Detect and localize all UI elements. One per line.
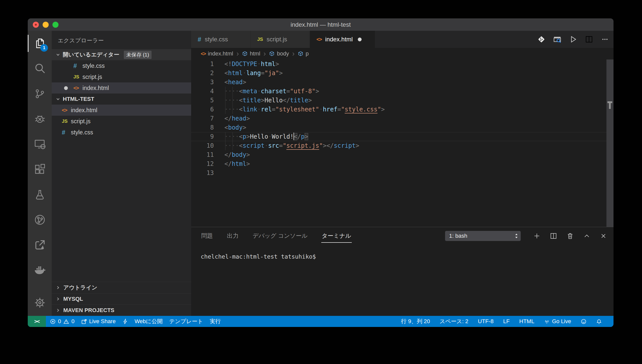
panel-tab-terminal[interactable]: ターミナル (321, 230, 352, 243)
breadcrumb-item-body[interactable]: body (269, 50, 289, 57)
code-line-12[interactable]: 12</html> (191, 159, 614, 168)
activity-item-docker[interactable] (28, 258, 52, 283)
chev-right-icon (55, 285, 61, 290)
sidebar-section-MAVEN PROJECTS[interactable]: MAVEN PROJECTS (52, 305, 191, 316)
status-language-mode[interactable]: HTML (519, 318, 534, 325)
split-terminal-button[interactable] (549, 232, 558, 240)
breadcrumb-item-p[interactable]: p (298, 50, 309, 57)
file-row-index.html[interactable]: <>index.html (52, 105, 191, 116)
code-line-1[interactable]: 1<!DOCTYPE·html> (191, 59, 614, 69)
close-window-button[interactable] (33, 22, 39, 28)
breadcrumb: <>index.htmlhtmlbodyp (191, 48, 614, 59)
gear-icon (34, 297, 46, 309)
code-line-13[interactable]: 13 (191, 168, 614, 177)
status-feedback[interactable] (581, 319, 587, 324)
folder-header[interactable]: HTML-TEST (52, 94, 191, 105)
status-encoding[interactable]: UTF-8 (478, 318, 493, 325)
status-notifications[interactable] (596, 319, 602, 324)
activity-item-explorer[interactable]: 1 (28, 31, 52, 56)
activity-item-extensions[interactable] (28, 157, 52, 182)
cube-icon (298, 51, 303, 56)
status-problems[interactable]: 00 (50, 318, 75, 325)
code-editor[interactable]: 1<!DOCTYPE·html>2<html·lang="ja">3<head>… (191, 59, 614, 227)
status-eol[interactable]: LF (503, 318, 510, 325)
file-row-style.css[interactable]: #style.css (52, 60, 191, 71)
code-line-8[interactable]: 8<body> (191, 123, 614, 132)
indent-guide (225, 141, 225, 150)
activity-item-testing[interactable] (28, 182, 52, 207)
code-line-10[interactable]: 10····<script·src="script.js"></script> (191, 141, 614, 150)
status-template[interactable]: テンプレート (169, 318, 203, 325)
terminal[interactable]: chelchel-mac:html-test tatsuhiko$ (191, 245, 614, 260)
activity-item-remote-explorer[interactable] (28, 132, 52, 157)
status-run[interactable]: 実行 (210, 318, 221, 325)
bottom-panel: 問題出力デバッグ コンソールターミナル 1: bash chelchel-mac… (191, 227, 614, 316)
status-cursor-position[interactable]: 行 9、列 20 (401, 318, 430, 325)
traffic-lights (33, 18, 59, 31)
activity-item-search[interactable] (28, 56, 52, 81)
code-line-5[interactable]: 5····<title>Hello</title> (191, 96, 614, 105)
remote-indicator[interactable]: >< (28, 316, 46, 327)
code-line-3[interactable]: 3<head> (191, 78, 614, 87)
panel-tab-debug-console[interactable]: デバッグ コンソール (252, 230, 308, 243)
indent-guide (225, 87, 225, 96)
close-panel-button[interactable] (599, 232, 607, 240)
breadcrumb-separator-icon (263, 51, 267, 57)
gitlens-open-icon[interactable] (537, 35, 546, 44)
code-line-2[interactable]: 2<html·lang="ja"> (191, 69, 614, 78)
tab-style.css[interactable]: #style.css (191, 31, 251, 48)
folder-label: HTML-TEST (63, 96, 94, 102)
line-content: </body> (224, 150, 250, 159)
shell-select-value: 1: bash (449, 233, 514, 239)
sidebar-section-アウトライン[interactable]: アウトライン (52, 282, 191, 293)
editor-scrollbar[interactable] (606, 59, 614, 227)
code-line-9[interactable]: 9····<p>Hello·World!</p> (191, 132, 614, 141)
sidebar-section-MYSQL[interactable]: MYSQL (52, 293, 191, 305)
status-indentation[interactable]: スペース: 2 (440, 318, 468, 325)
kill-terminal-button[interactable] (566, 232, 574, 240)
panel-tab-output[interactable]: 出力 (226, 230, 239, 243)
panel-tab-problems[interactable]: 問題 (201, 230, 213, 243)
code-line-7[interactable]: 7</head> (191, 114, 614, 123)
breadcrumb-item-html[interactable]: html (242, 50, 260, 57)
bell-icon (596, 319, 602, 324)
code-line-11[interactable]: 11</body> (191, 150, 614, 159)
file-row-script.js[interactable]: JSscript.js (52, 116, 191, 127)
breadcrumb-label: body (277, 50, 289, 57)
status-live-share[interactable]: Live Share (81, 318, 116, 325)
text-cursor (294, 133, 294, 140)
file-row-style.css[interactable]: #style.css (52, 127, 191, 138)
activity-item-source-control[interactable] (28, 81, 52, 106)
activity-item-run-and-debug[interactable] (28, 106, 52, 132)
share-icon (34, 239, 46, 251)
more-actions-icon[interactable] (600, 35, 609, 44)
run-code-icon[interactable] (569, 35, 578, 44)
code-line-4[interactable]: 4····<meta·charset="utf-8"> (191, 87, 614, 96)
workbench: 1 エクスプローラー 開いているエディター 未保存 (1) #style.css… (28, 31, 614, 316)
activity-item-gitlens[interactable] (28, 207, 52, 232)
file-row-script.js[interactable]: JSscript.js (52, 71, 191, 82)
maximize-panel-button[interactable] (583, 232, 591, 240)
tab-index.html[interactable]: <>index.html (310, 31, 375, 48)
activity-item-settings[interactable] (28, 290, 52, 315)
tab-script.js[interactable]: JSscript.js (251, 31, 310, 48)
smiley-icon (581, 319, 587, 324)
minimize-window-button[interactable] (43, 22, 49, 28)
status-publish-web[interactable]: Webに公開 (135, 318, 163, 325)
status-flash[interactable] (122, 319, 128, 324)
scm-icon (34, 88, 46, 100)
activity-item-live-share[interactable] (28, 232, 52, 258)
code-line-6[interactable]: 6····<link·rel="stylesheet"·href="style.… (191, 105, 614, 114)
open-preview-icon[interactable] (553, 35, 562, 44)
open-editors-header[interactable]: 開いているエディター 未保存 (1) (52, 49, 191, 60)
shell-select[interactable]: 1: bash (445, 231, 521, 241)
breadcrumb-item-index.html[interactable]: <>index.html (201, 50, 233, 57)
zoom-window-button[interactable] (52, 22, 59, 28)
split-editor-icon[interactable] (585, 35, 594, 44)
line-content: <head> (224, 78, 246, 87)
status-go-live[interactable]: Go Live (544, 318, 571, 325)
new-terminal-button[interactable] (533, 232, 541, 240)
line-number: 13 (191, 168, 214, 177)
status-label: UTF-8 (478, 318, 493, 325)
file-row-index.html[interactable]: <>index.html (52, 82, 191, 94)
